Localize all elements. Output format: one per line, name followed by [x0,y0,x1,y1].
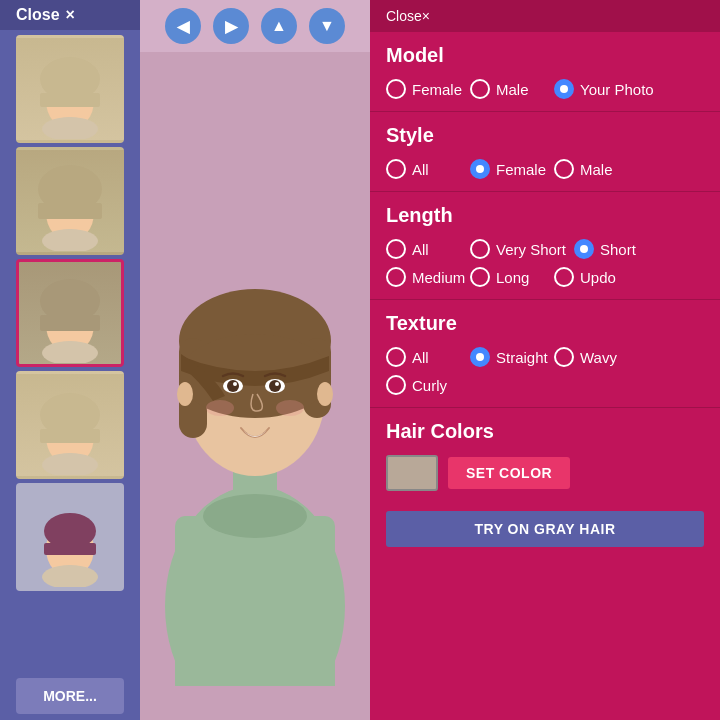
style-male-label: Male [580,161,613,178]
texture-curly-label: Curly [412,377,447,394]
nav-right-button[interactable]: ▶ [213,8,249,44]
texture-all-option[interactable]: All [386,347,466,367]
style-title: Style [386,124,704,147]
style-all-radio[interactable] [386,159,406,179]
more-label: MORE... [43,688,97,704]
model-male-label: Male [496,81,529,98]
length-very-short-option[interactable]: Very Short [470,239,570,259]
svg-point-7 [42,229,98,251]
texture-straight-label: Straight [496,349,548,366]
model-male-option[interactable]: Male [470,79,550,99]
texture-straight-option[interactable]: Straight [470,347,550,367]
thumbnail-item[interactable] [16,35,124,143]
length-medium-radio[interactable] [386,267,406,287]
texture-curly-option[interactable]: Curly [386,375,466,395]
more-button[interactable]: MORE... [16,678,124,714]
svg-point-24 [203,494,307,538]
style-male-radio[interactable] [554,159,574,179]
sidebar-close-button[interactable]: Close × [0,0,140,30]
navigation-bar: ◀ ▶ ▲ ▼ [140,0,370,52]
color-swatch[interactable] [386,455,438,491]
svg-rect-14 [40,429,100,443]
thumbnail-image [19,262,121,364]
model-your-photo-radio[interactable] [554,79,574,99]
svg-point-3 [42,117,98,139]
nav-up-button[interactable]: ▲ [261,8,297,44]
sidebar: Close × [0,0,140,720]
model-male-radio[interactable] [470,79,490,99]
thumbnail-image [19,38,121,140]
sidebar-close-label: Close [16,6,60,24]
thumbnail-image [19,150,121,252]
preview-panel: ◀ ▶ ▲ ▼ [140,0,370,720]
thumbnail-item[interactable] [16,147,124,255]
texture-title: Texture [386,312,704,335]
texture-wavy-option[interactable]: Wavy [554,347,634,367]
texture-section: Texture All Straight Wavy Curly [370,300,720,408]
model-female-option[interactable]: Female [386,79,466,99]
panel-close-x: × [422,8,430,24]
texture-straight-radio[interactable] [470,347,490,367]
length-medium-label: Medium [412,269,465,286]
style-female-radio[interactable] [470,159,490,179]
style-male-option[interactable]: Male [554,159,634,179]
length-section: Length All Very Short Short Medium Long [370,192,720,300]
set-color-button[interactable]: SET COLOR [448,457,570,489]
length-very-short-radio[interactable] [470,239,490,259]
set-color-label: SET COLOR [466,465,552,481]
style-radio-group: All Female Male [386,159,704,179]
nav-down-button[interactable]: ▼ [309,8,345,44]
model-your-photo-option[interactable]: Your Photo [554,79,674,99]
svg-point-35 [275,382,279,386]
style-female-option[interactable]: Female [470,159,550,179]
length-updo-label: Updo [580,269,616,286]
thumbnail-item[interactable] [16,371,124,479]
model-female-radio[interactable] [386,79,406,99]
sidebar-close-x: × [66,6,75,24]
panel-close-label: Close [386,8,422,24]
style-female-label: Female [496,161,546,178]
svg-point-15 [42,453,98,475]
model-title: Model [386,44,704,67]
texture-all-label: All [412,349,429,366]
thumbnail-item[interactable] [16,483,124,591]
svg-rect-22 [175,516,335,686]
length-short-option[interactable]: Short [574,239,654,259]
svg-point-39 [317,382,333,406]
hair-colors-title: Hair Colors [386,420,704,443]
length-updo-radio[interactable] [554,267,574,287]
texture-curly-radio[interactable] [386,375,406,395]
style-section: Style All Female Male [370,112,720,192]
model-your-photo-label: Your Photo [580,81,654,98]
hair-colors-section: Hair Colors SET COLOR [370,408,720,503]
length-all-option[interactable]: All [386,239,466,259]
texture-wavy-radio[interactable] [554,347,574,367]
length-updo-option[interactable]: Updo [554,267,634,287]
length-all-radio[interactable] [386,239,406,259]
length-long-option[interactable]: Long [470,267,550,287]
svg-rect-18 [44,543,96,555]
svg-point-36 [206,400,234,416]
thumbnail-image [19,374,121,476]
thumbnail-image [19,486,121,588]
color-row: SET COLOR [386,455,704,491]
length-long-radio[interactable] [470,267,490,287]
style-all-option[interactable]: All [386,159,466,179]
svg-rect-10 [40,315,100,331]
svg-rect-2 [40,93,100,107]
svg-point-38 [177,382,193,406]
model-section: Model Female Male Your Photo [370,32,720,112]
panel-close-bar[interactable]: Close × [370,0,720,32]
try-gray-button[interactable]: TRY ON GRAY HAIR [386,511,704,547]
model-female-label: Female [412,81,462,98]
thumbnail-list [0,30,140,672]
svg-point-19 [42,565,98,587]
svg-point-31 [227,380,239,392]
nav-left-button[interactable]: ◀ [165,8,201,44]
svg-point-11 [42,341,98,363]
model-radio-group: Female Male Your Photo [386,79,704,99]
texture-all-radio[interactable] [386,347,406,367]
thumbnail-item[interactable] [16,259,124,367]
length-short-radio[interactable] [574,239,594,259]
length-medium-option[interactable]: Medium [386,267,466,287]
